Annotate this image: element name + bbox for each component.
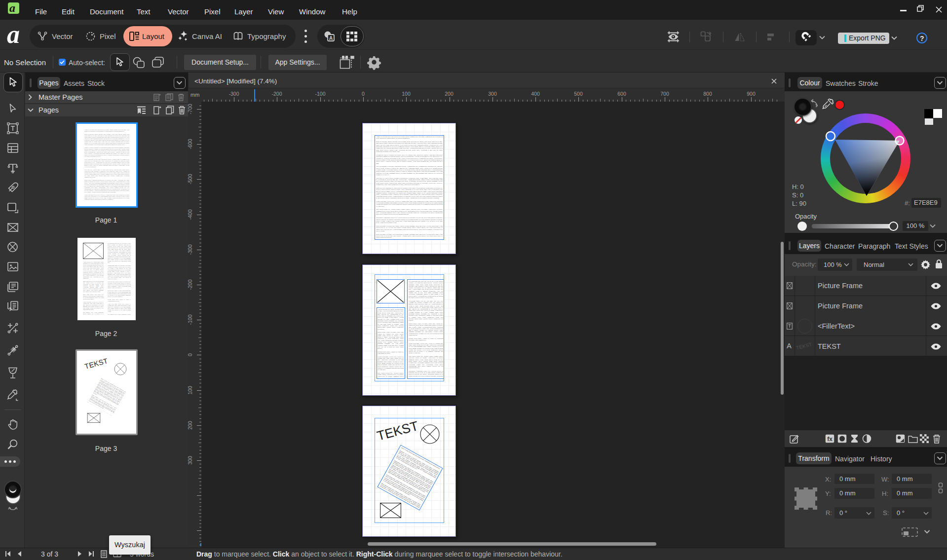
svg-text:fx: fx <box>827 436 833 443</box>
svg-text:A: A <box>329 35 333 41</box>
